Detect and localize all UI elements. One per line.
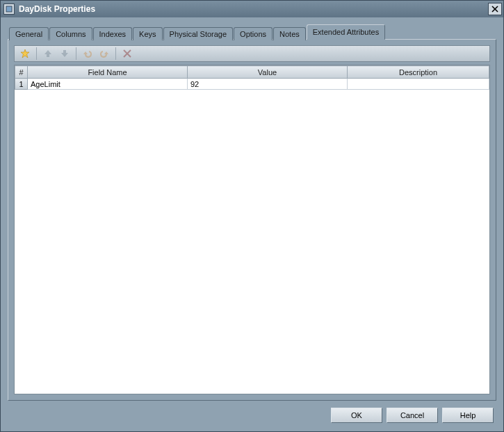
redo-icon: [99, 49, 109, 58]
col-header-value[interactable]: Value: [188, 66, 348, 79]
dialog-buttons: OK Cancel Help: [8, 401, 496, 429]
tab-keys[interactable]: Keys: [133, 27, 162, 40]
client-area: General Columns Indexes Keys Physical St…: [1, 17, 503, 431]
delete-button[interactable]: [120, 47, 135, 61]
button-label: OK: [351, 411, 362, 419]
toolbar: [14, 45, 490, 62]
tab-label: General: [15, 30, 42, 38]
tab-panel-extended-attributes: # Field Name Value Description 1 AgeLimi…: [8, 39, 496, 401]
tab-label: Columns: [56, 30, 86, 38]
close-button[interactable]: [488, 3, 502, 15]
undo-icon: [83, 49, 92, 58]
arrow-up-icon: [43, 49, 53, 58]
button-label: Cancel: [400, 411, 424, 419]
move-up-button[interactable]: [40, 47, 56, 61]
new-icon: [20, 49, 30, 58]
cell-description[interactable]: [348, 79, 489, 90]
table-row[interactable]: 1 AgeLimit 92: [15, 79, 489, 90]
tab-physical-storage[interactable]: Physical Storage: [163, 27, 234, 40]
attributes-grid[interactable]: # Field Name Value Description 1 AgeLimi…: [14, 65, 490, 394]
tab-label: Indexes: [99, 30, 127, 38]
toolbar-separator: [36, 47, 37, 60]
tab-label: Physical Storage: [170, 30, 227, 38]
new-button[interactable]: [17, 47, 33, 61]
toolbar-separator: [76, 47, 76, 60]
grid-header-row: # Field Name Value Description: [15, 66, 489, 79]
arrow-down-icon: [60, 49, 70, 58]
col-header-field-name[interactable]: Field Name: [28, 66, 188, 79]
tab-strip: General Columns Indexes Keys Physical St…: [8, 24, 496, 40]
properties-dialog: DayDisk Properties General Columns Index…: [0, 0, 504, 432]
cancel-button[interactable]: Cancel: [387, 408, 438, 423]
tab-options[interactable]: Options: [234, 27, 273, 40]
redo-button[interactable]: [97, 47, 112, 61]
window-title: DayDisk Properties: [19, 4, 488, 14]
button-label: Help: [460, 411, 476, 419]
tab-label: Keys: [139, 30, 156, 38]
close-icon: [491, 6, 498, 13]
toolbar-separator: [115, 47, 116, 60]
cell-field-name[interactable]: AgeLimit: [28, 79, 188, 90]
ok-button[interactable]: OK: [331, 408, 382, 423]
cell-value[interactable]: 92: [188, 79, 348, 90]
row-number: 1: [15, 79, 28, 90]
svg-marker-3: [21, 49, 29, 58]
help-button[interactable]: Help: [442, 408, 494, 423]
tab-label: Extended Attributes: [313, 28, 379, 36]
move-down-button[interactable]: [57, 47, 72, 61]
col-header-description[interactable]: Description: [348, 66, 489, 79]
tab-general[interactable]: General: [9, 27, 49, 40]
titlebar: DayDisk Properties: [1, 1, 503, 17]
delete-icon: [123, 49, 131, 58]
tab-label: Notes: [279, 30, 300, 38]
tab-extended-attributes[interactable]: Extended Attributes: [307, 24, 385, 40]
tab-label: Options: [240, 30, 266, 38]
undo-button[interactable]: [80, 47, 95, 61]
col-header-rownum[interactable]: #: [15, 66, 28, 79]
tab-columns[interactable]: Columns: [49, 27, 92, 40]
tab-notes[interactable]: Notes: [273, 27, 306, 40]
svg-rect-0: [6, 6, 12, 12]
tab-indexes[interactable]: Indexes: [93, 27, 133, 40]
window-sysicon: [3, 3, 15, 15]
